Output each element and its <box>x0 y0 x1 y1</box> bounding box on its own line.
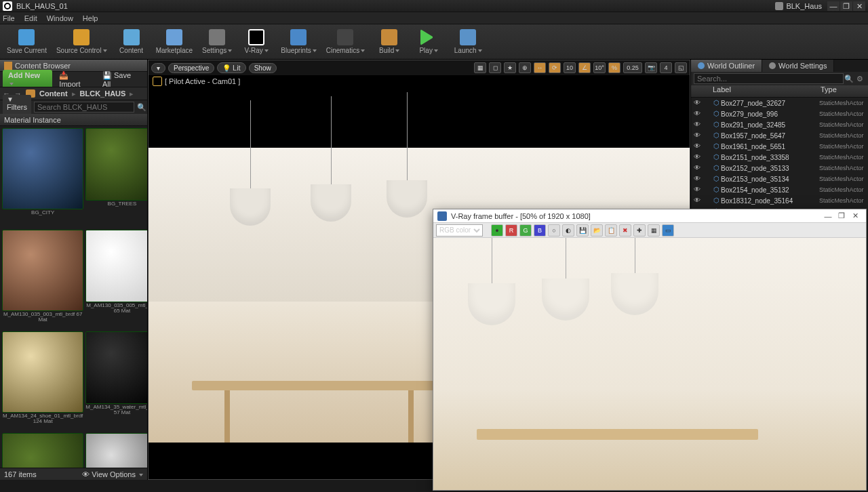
vfb-maximize-button[interactable]: ❐ <box>835 211 848 220</box>
settings-button[interactable]: Settings <box>199 26 235 58</box>
outliner-row[interactable]: 👁⬡Box2151_node_33358StaticMeshActor <box>691 152 868 163</box>
alpha-button[interactable]: ○ <box>548 224 560 237</box>
asset-item[interactable]: M_AM134_35_water_mtl_brdf 57 Mat <box>85 331 147 431</box>
angle-snap-button[interactable]: ∠ <box>578 62 591 73</box>
menu-file[interactable]: File <box>3 14 15 22</box>
angle-snap-value[interactable]: 10° <box>593 62 606 73</box>
rotate-button[interactable]: ⟳ <box>549 62 561 73</box>
clear-button[interactable]: ✖ <box>619 224 631 237</box>
menu-window[interactable]: Window <box>47 14 73 22</box>
asset-item[interactable]: M_archmodels52_005 04 mtl <box>85 433 147 468</box>
visibility-icon[interactable]: 👁 <box>692 142 702 150</box>
channel-select[interactable]: RGB color <box>436 224 483 237</box>
translate-button[interactable]: ↔ <box>534 62 546 73</box>
outliner-row[interactable]: 👁⬡Box291_node_32485StaticMeshActor <box>691 119 868 130</box>
visibility-icon[interactable]: 👁 <box>692 110 702 118</box>
correction-button[interactable]: ▭ <box>662 224 674 237</box>
visibility-icon[interactable]: 👁 <box>692 197 702 205</box>
rgb-all-button[interactable]: ● <box>491 224 503 237</box>
camera-speed-value[interactable]: 4 <box>660 62 672 73</box>
vfb-minimize-button[interactable]: — <box>821 212 835 220</box>
region-button[interactable]: ▦ <box>648 224 660 237</box>
vfb-titlebar[interactable]: V-Ray frame buffer - [50% of 1920 x 1080… <box>433 209 866 223</box>
content-button[interactable]: Content <box>114 26 149 58</box>
outliner-row[interactable]: 👁⬡Box1961_node_5651StaticMeshActor <box>691 141 868 152</box>
build-button[interactable]: Build <box>372 26 407 58</box>
outliner-options-button[interactable]: ⚙ <box>854 75 865 83</box>
asset-grid: BG_CITYBG_TREESM_a3_Default_mtl_brdf 11 … <box>0 126 147 468</box>
search-input[interactable] <box>34 102 134 112</box>
visibility-icon[interactable]: 👁 <box>692 153 702 161</box>
outliner-row[interactable]: 👁⬡Box2152_node_35133StaticMeshActor <box>691 163 868 173</box>
menu-help[interactable]: Help <box>83 14 98 22</box>
vfb-close-button[interactable]: ✕ <box>848 211 862 220</box>
channel-r-button[interactable]: R <box>505 224 517 237</box>
asset-thumbnail <box>85 331 147 404</box>
load-image-button[interactable]: 📂 <box>591 224 603 237</box>
outliner-search-input[interactable] <box>694 73 844 84</box>
view-options-button[interactable]: 👁 View Options <box>82 470 143 478</box>
asset-item[interactable]: M_AM130_035_003_mtl_brdf 67 Mat <box>2 230 83 329</box>
crumb-folder[interactable]: BLCK_HAUS <box>80 89 126 98</box>
immersive-button[interactable]: ◻ <box>489 62 501 73</box>
market-button[interactable]: Marketplace <box>153 26 195 58</box>
outliner-row[interactable]: 👁⬡Box277_node_32627StaticMeshActor <box>691 98 868 108</box>
vray-button[interactable]: V-Ray <box>239 26 274 58</box>
visibility-icon[interactable]: 👁 <box>692 131 702 140</box>
close-button[interactable]: ✕ <box>853 1 865 11</box>
outliner-row[interactable]: 👁⬡Box279_node_996StaticMeshActor <box>691 108 868 119</box>
camera-speed-button[interactable]: 📷 <box>645 62 657 73</box>
channel-b-button[interactable]: B <box>534 224 546 237</box>
copy-button[interactable]: 📋 <box>605 224 617 237</box>
tab-world-settings[interactable]: World Settings <box>762 60 834 72</box>
crumb-content[interactable]: Content <box>39 89 68 98</box>
asset-item[interactable]: BG_CITY <box>2 128 83 228</box>
bookmark-button[interactable]: ★ <box>504 62 516 73</box>
minimize-button[interactable]: — <box>827 1 840 11</box>
outliner-row[interactable]: 👁⬡Box1957_node_5647StaticMeshActor <box>691 130 868 141</box>
game-view-button[interactable]: ▦ <box>474 62 486 73</box>
menu-edit[interactable]: Edit <box>24 14 37 22</box>
save-image-button[interactable]: 💾 <box>576 224 589 237</box>
visibility-icon[interactable]: 👁 <box>692 175 702 183</box>
grid-snap-value[interactable]: 10 <box>564 62 576 73</box>
channel-g-button[interactable]: G <box>519 224 532 237</box>
search-icon[interactable]: 🔍 <box>844 75 854 83</box>
project-indicator[interactable]: BLK_Haus <box>775 2 822 10</box>
bp-button[interactable]: Blueprints <box>278 26 319 58</box>
asset-item[interactable]: M_AM134_24_shoe_01_mtl_brdf 124 Mat <box>2 331 83 431</box>
asset-item[interactable]: M_AM130_035_005_mtl_brdf 65 Mat <box>85 230 147 329</box>
link-button[interactable]: ✚ <box>633 224 646 237</box>
realtime-button[interactable]: ⊕ <box>519 62 531 73</box>
tab-world-outliner[interactable]: World Outliner <box>691 60 762 72</box>
outliner-row[interactable]: 👁⬡Box2154_node_35132StaticMeshActor <box>691 184 868 195</box>
search-icon[interactable]: 🔍 <box>137 103 146 112</box>
scale-snap-button[interactable]: % <box>608 62 620 73</box>
viewport-maximize-button[interactable]: ◱ <box>675 62 687 73</box>
visibility-icon[interactable]: 👁 <box>692 186 702 194</box>
visibility-icon[interactable]: 👁 <box>692 121 702 129</box>
visibility-icon[interactable]: 👁 <box>692 164 702 172</box>
restore-button[interactable]: ❐ <box>840 1 852 11</box>
viewport-options-button[interactable]: ▾ <box>151 63 165 73</box>
source-button[interactable]: Source Control <box>54 26 110 58</box>
visibility-icon[interactable]: 👁 <box>692 99 702 107</box>
add-new-button[interactable]: Add New <box>3 70 52 89</box>
scale-snap-value[interactable]: 0.25 <box>623 62 642 73</box>
save-button[interactable]: Save Current <box>4 26 50 58</box>
asset-item[interactable]: BG_TREES <box>85 128 147 228</box>
column-label[interactable]: Label <box>710 85 821 97</box>
cine-button[interactable]: Cinematics <box>323 26 368 58</box>
asset-item[interactable]: M_AM134_38_sticker_mtl_brdf 147 Mat <box>2 433 83 468</box>
perspective-button[interactable]: Perspective <box>168 63 214 73</box>
vray-frame-buffer-window[interactable]: V-Ray frame buffer - [50% of 1920 x 1080… <box>433 209 867 491</box>
outliner-row[interactable]: 👁⬡Box2153_node_35134StaticMeshActor <box>691 173 868 184</box>
column-type[interactable]: Type <box>821 85 868 97</box>
lit-mode-button[interactable]: 💡 Lit <box>217 62 245 73</box>
play-button[interactable]: Play <box>411 26 446 58</box>
vfb-render-view[interactable] <box>433 238 866 490</box>
mono-button[interactable]: ◐ <box>562 224 574 237</box>
outliner-row[interactable]: 👁⬡Box18312_node_35164StaticMeshActor <box>691 195 868 206</box>
show-button[interactable]: Show <box>249 63 277 73</box>
launch-button[interactable]: Launch <box>450 26 486 58</box>
